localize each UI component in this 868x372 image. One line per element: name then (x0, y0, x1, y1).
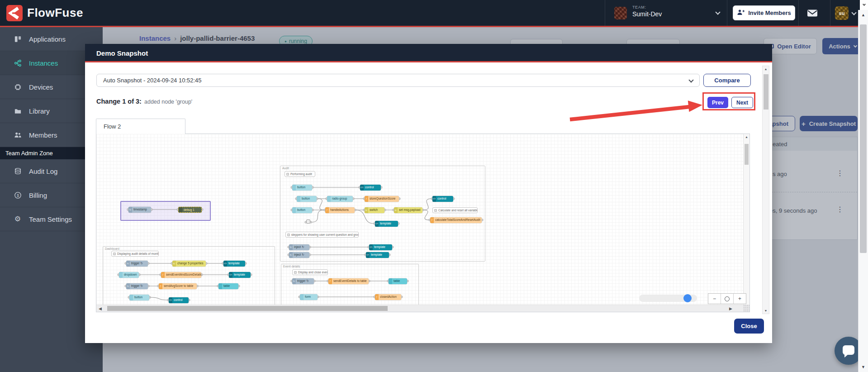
flow-node: </>template (223, 261, 245, 267)
flow-node: ↻inject ↻ (289, 244, 309, 250)
chip-icon (14, 83, 22, 91)
widget-node-icon (129, 295, 133, 300)
change-counter-label: Change 1 of 3: (96, 98, 142, 105)
scroll-right-icon[interactable]: ▶ (729, 306, 732, 311)
zoom-reset-icon (725, 296, 730, 301)
flow-node-label: template (373, 244, 387, 250)
tab-flow-2[interactable]: Flow 2 (96, 119, 185, 134)
scrollbar-thumb[interactable] (745, 144, 749, 165)
flow-node: ƒstoreQuestionScore (365, 196, 399, 202)
zoom-in-button[interactable]: + (733, 294, 746, 304)
gear-icon: ⚙ (14, 215, 22, 223)
flow-node: ƒclosedAction (375, 294, 401, 300)
team-name[interactable]: Sumit-Dev (632, 10, 662, 18)
flow-node: table (389, 278, 407, 284)
scrollbar-thumb[interactable] (764, 74, 768, 110)
snapshot-select[interactable]: Auto Snapshot - 2024-09-24 10:52:45 (96, 74, 700, 87)
next-button[interactable]: Next (731, 97, 753, 108)
scroll-down-icon[interactable]: ▼ (859, 365, 868, 369)
folder-icon (14, 107, 22, 115)
browser-scrollbar[interactable]: ▲ ▼ (858, 10, 868, 372)
zoom-slider-thumb[interactable] (683, 294, 692, 302)
scroll-down-icon[interactable]: ▼ (763, 309, 769, 312)
flow-node-label: sendEventDetails to table (332, 278, 368, 284)
flow-canvas[interactable]: AuditDashboardEvent details↻timestampdeb… (96, 134, 750, 312)
navbar-divider (605, 0, 605, 26)
mail-icon[interactable] (807, 9, 818, 19)
team-avatar[interactable] (614, 7, 627, 19)
flow-node: ⇆set msg.payload (394, 207, 422, 213)
scroll-up-icon[interactable]: ▲ (763, 67, 769, 71)
scroll-up-icon[interactable]: ▲ (744, 135, 749, 138)
invite-members-button[interactable]: Invite Members (733, 5, 795, 20)
prev-next-highlight-box: Prev Next (702, 92, 755, 110)
yellow-node-icon: ⇆ (172, 261, 176, 267)
window-corner-notch (860, 0, 868, 10)
flow-node-label: storeQuestionScore (368, 196, 397, 202)
close-button[interactable]: Close (734, 319, 764, 334)
flow-node: ⇆change 5 properties (172, 261, 206, 267)
canvas-vertical-scrollbar[interactable]: ▲ (743, 134, 749, 305)
scroll-left-icon[interactable]: ◀ (99, 306, 102, 311)
flow-node: ↻trigger ↻ (292, 278, 314, 284)
zoom-slider[interactable] (639, 295, 697, 302)
sidebar-item-label: Members (29, 131, 57, 139)
invite-members-label: Invite Members (748, 10, 791, 16)
flow-node: </>template (366, 252, 389, 258)
flow-node: </>template (375, 221, 398, 227)
scrollbar-thumb[interactable] (107, 306, 388, 311)
tealdark-node-icon: </> (169, 297, 172, 303)
flow-node-label: button (296, 185, 307, 191)
comment-icon (294, 271, 297, 274)
flow-node: </>control (360, 185, 381, 191)
comment-icon (113, 253, 116, 255)
prev-button[interactable]: Prev (707, 97, 728, 108)
dollar-icon: $ (14, 191, 22, 199)
user-avatar[interactable]: su (835, 6, 849, 20)
flow-node-label: template (232, 272, 247, 278)
modal-vertical-scrollbar[interactable]: ▲ ▼ (762, 66, 769, 314)
tealdark-node-icon: </> (432, 196, 436, 202)
flow-canvas-content[interactable]: AuditDashboardEvent details↻timestampdeb… (96, 134, 744, 305)
flow-node: ↻trigger ↻ (126, 261, 148, 267)
navbar-divider (798, 0, 799, 26)
flow-node: ƒsendEventDetails to table (328, 278, 369, 284)
flow-node: button (292, 207, 312, 213)
canvas-horizontal-scrollbar[interactable]: ◀ ▶ (96, 305, 744, 312)
flow-node-label: sendEventAndScoreDetails (165, 272, 201, 278)
flow-node-label: radio-group (331, 196, 348, 202)
zoom-out-button[interactable]: − (708, 294, 721, 304)
scrollbar-thumb[interactable] (860, 24, 867, 253)
database-icon (14, 167, 22, 175)
zoom-reset-button[interactable] (721, 294, 733, 304)
invite-person-plus-icon (737, 9, 745, 17)
flow-node-label: button (296, 207, 307, 213)
inject-node-icon: ↻ (292, 278, 296, 284)
scroll-up-icon[interactable]: ▲ (859, 13, 868, 17)
flow-comment-label: Performing audit (290, 172, 312, 176)
flow-comment-label: steppers for showing user current questi… (291, 233, 359, 236)
svg-text:$: $ (17, 193, 19, 197)
comment-icon (287, 234, 290, 236)
inject-node-icon: ↻ (289, 244, 293, 250)
sidebar-item-label: Applications (29, 35, 66, 43)
flow-node-label: form (304, 294, 312, 300)
chevron-down-icon (862, 3, 865, 6)
applications-icon (14, 35, 22, 43)
flow-node-label: closedAction (379, 294, 398, 300)
flowfuse-logo-icon[interactable] (6, 5, 23, 21)
compare-button[interactable]: Compare (703, 74, 751, 87)
user-chevron-down-icon[interactable] (851, 10, 856, 15)
avatar-initials: su (839, 10, 845, 16)
tealdark-node-icon: </> (229, 272, 232, 278)
flow-node-label: change 5 properties (176, 261, 204, 267)
flow-node: ↻trigger ↻ (126, 283, 148, 289)
flow-node: </>template (369, 244, 392, 250)
flow-node-label: template (370, 252, 384, 258)
sidebar-item-label: Team Settings (29, 215, 72, 223)
flow-node: </>control (169, 297, 189, 303)
team-chevron-down-icon[interactable] (715, 10, 720, 14)
flow-node: ƒhandleActions (325, 207, 355, 213)
snapshot-select-value: Auto Snapshot - 2024-09-24 10:52:45 (103, 77, 202, 84)
flow-group-label: Event details (283, 265, 300, 268)
